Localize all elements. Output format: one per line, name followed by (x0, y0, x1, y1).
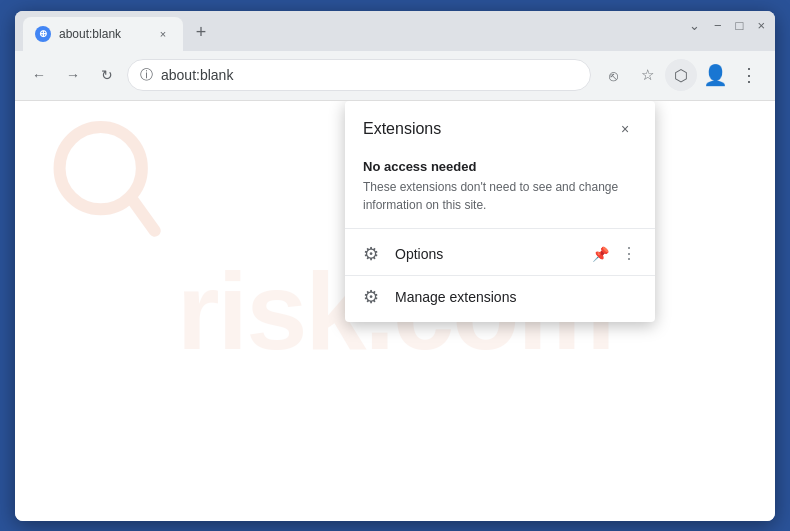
magnifier-watermark (45, 121, 165, 241)
address-bar: ← → ↻ ⓘ about:blank ⎋ ☆ ⬡ 👤 ⋮ (15, 51, 775, 101)
profile-button[interactable]: 👤 (699, 59, 731, 91)
maximize-button[interactable]: □ (736, 19, 744, 32)
url-text: about:blank (161, 67, 578, 83)
toolbar-icons: ⎋ ☆ ⬡ 👤 ⋮ (597, 59, 765, 91)
bookmark-icon: ☆ (641, 66, 654, 84)
tab-strip: ⊕ about:blank × + (23, 11, 215, 51)
tab-close-button[interactable]: × (155, 26, 171, 42)
bookmark-button[interactable]: ☆ (631, 59, 663, 91)
more-icon[interactable]: ⋮ (621, 244, 637, 263)
pin-icon: 📌 (592, 246, 609, 262)
divider (345, 228, 655, 229)
back-icon: ← (32, 67, 46, 83)
reload-icon: ↻ (101, 67, 113, 83)
back-button[interactable]: ← (25, 61, 53, 89)
title-bar: ⊕ about:blank × + ⌄ − □ × (15, 11, 775, 51)
extensions-icon: ⬡ (674, 66, 688, 85)
tab-title: about:blank (59, 27, 147, 41)
reload-button[interactable]: ↻ (93, 61, 121, 89)
menu-icon: ⋮ (740, 64, 758, 86)
gear-icon: ⚙ (363, 243, 383, 265)
chevron-icon: ⌄ (689, 19, 700, 32)
share-icon: ⎋ (609, 67, 618, 84)
active-tab[interactable]: ⊕ about:blank × (23, 17, 183, 51)
popup-close-button[interactable]: × (613, 117, 637, 141)
browser-window: ⊕ about:blank × + ⌄ − □ × ← → ↻ ⓘ about:… (15, 11, 775, 521)
profile-icon: 👤 (703, 63, 728, 87)
extensions-button[interactable]: ⬡ (665, 59, 697, 91)
address-input[interactable]: ⓘ about:blank (127, 59, 591, 91)
close-button[interactable]: × (757, 19, 765, 32)
share-button[interactable]: ⎋ (597, 59, 629, 91)
popup-header: Extensions × (345, 101, 655, 151)
tab-favicon: ⊕ (35, 26, 51, 42)
page-content: risk.com Extensions × No access needed T… (15, 101, 775, 521)
manage-gear-icon: ⚙ (363, 286, 383, 308)
section-title: No access needed (363, 159, 637, 174)
popup-title: Extensions (363, 120, 441, 138)
minimize-button[interactable]: − (714, 19, 722, 32)
menu-button[interactable]: ⋮ (733, 59, 765, 91)
new-tab-button[interactable]: + (187, 19, 215, 47)
lock-icon: ⓘ (140, 66, 153, 84)
options-row[interactable]: ⚙ Options 📌 ⋮ (345, 233, 655, 275)
popup-section: No access needed These extensions don't … (345, 151, 655, 218)
forward-button[interactable]: → (59, 61, 87, 89)
svg-line-1 (132, 199, 154, 230)
manage-extensions-row[interactable]: ⚙ Manage extensions (345, 275, 655, 318)
window-controls: ⌄ − □ × (689, 19, 765, 32)
options-label: Options (395, 246, 580, 262)
extensions-popup: Extensions × No access needed These exte… (345, 101, 655, 322)
manage-label: Manage extensions (395, 289, 637, 305)
forward-icon: → (66, 67, 80, 83)
section-description: These extensions don't need to see and c… (363, 178, 637, 214)
